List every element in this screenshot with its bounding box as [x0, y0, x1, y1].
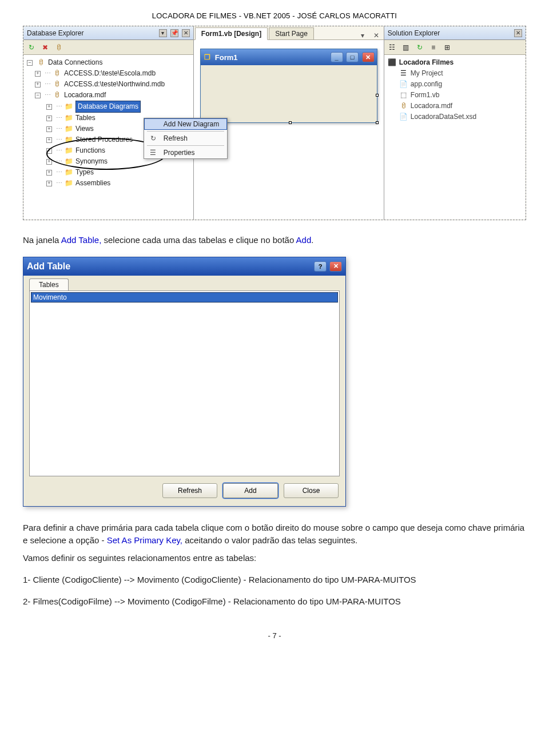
dialog-tabs: Tables: [23, 276, 345, 291]
project-icon: ⬛: [388, 58, 397, 67]
close-icon[interactable]: ✕: [329, 261, 342, 272]
help-icon[interactable]: ?: [314, 261, 327, 272]
dotted-icon: ⋯: [56, 145, 62, 156]
expand-icon[interactable]: +: [46, 170, 52, 176]
menu-separator: [147, 131, 224, 132]
refresh-icon[interactable]: ↻: [27, 43, 36, 52]
tree-conn-1[interactable]: ACCESS.D:\teste\Escola.mdb: [64, 68, 156, 79]
solution-explorer-toolbar: ☷ ▥ ↻ ≡ ⊞: [384, 40, 526, 55]
child-form-title-bar: ❐Form1 _ □ ✕: [201, 49, 377, 65]
list-item-movimento[interactable]: Movimento: [31, 292, 338, 303]
tab-dropdown-icon[interactable]: ▾: [356, 31, 369, 39]
minimize-icon[interactable]: _: [331, 52, 343, 62]
maximize-icon[interactable]: □: [346, 52, 359, 62]
dotted-icon: ⋯: [56, 113, 62, 124]
document-tabs: Form1.vb [Design] Start Page ▾ ✕: [194, 26, 384, 40]
context-menu: Add New Diagram ↻Refresh ☰Properties: [144, 118, 228, 159]
expand-icon[interactable]: +: [46, 148, 52, 154]
database-explorer-title: Database Explorer ▾ 📌 ✕: [23, 26, 193, 40]
add-button[interactable]: Add: [223, 483, 278, 498]
menu-add-new-diagram[interactable]: Add New Diagram: [144, 118, 227, 130]
dotted-icon: ⋯: [45, 79, 50, 90]
expand-icon[interactable]: +: [35, 71, 41, 77]
text-set-primary-key: Set As Primary Key,: [107, 535, 182, 545]
show-all-icon[interactable]: ▥: [401, 43, 411, 52]
config-icon: 📄: [399, 80, 408, 89]
close-icon[interactable]: ✕: [362, 52, 375, 62]
tree-tables[interactable]: Tables: [75, 113, 96, 124]
refresh-icon[interactable]: ↻: [415, 43, 424, 52]
menu-add-new-diagram-label: Add New Diagram: [164, 120, 219, 128]
pin-icon[interactable]: 📌: [170, 29, 178, 37]
dialog-title-bar: Add Table ? ✕: [23, 257, 345, 276]
folder-icon: 📁: [64, 157, 73, 166]
form-icon: ⬚: [399, 91, 408, 100]
dotted-icon: ⋯: [56, 134, 62, 145]
xsd-icon: 📄: [399, 113, 408, 122]
dialog-tab-tables[interactable]: Tables: [29, 278, 69, 291]
stop-icon[interactable]: ✖: [41, 43, 50, 52]
tree-views[interactable]: Views: [75, 124, 94, 134]
dotted-icon: ⋯: [56, 124, 62, 134]
tree-conn-3[interactable]: Locadora.mdf: [64, 90, 106, 101]
dialog-table-list[interactable]: Movimento: [29, 291, 340, 476]
close-icon[interactable]: ✕: [514, 29, 522, 37]
expand-icon[interactable]: +: [46, 137, 52, 143]
ide-screenshot: Database Explorer ▾ 📌 ✕ ↻ ✖ 🛢 −🛢Data Con…: [23, 26, 526, 220]
view-designer-icon[interactable]: ⊞: [443, 43, 452, 52]
dotted-icon: ⋯: [45, 68, 50, 79]
db-icon: 🛢: [399, 102, 408, 111]
child-form-window[interactable]: ❐Form1 _ □ ✕: [200, 49, 377, 123]
tree-db-diagrams[interactable]: Database Diagrams: [75, 101, 141, 113]
connect-db-icon[interactable]: 🛢: [54, 43, 63, 52]
menu-refresh-label: Refresh: [164, 134, 188, 142]
tab-form1-design[interactable]: Form1.vb [Design]: [195, 27, 268, 40]
child-form-title: Form1: [215, 53, 238, 62]
text-fragment: .: [311, 235, 313, 245]
tree-assemblies[interactable]: Assemblies: [75, 178, 110, 189]
solution-explorer-pane: Solution Explorer ✕ ☷ ▥ ↻ ≡ ⊞ ⬛Locadora …: [384, 26, 526, 220]
dotted-icon: ⋯: [56, 178, 62, 189]
close-button[interactable]: Close: [284, 483, 339, 498]
view-code-icon[interactable]: ≡: [429, 43, 438, 52]
menu-refresh[interactable]: ↻Refresh: [144, 133, 227, 144]
solution-explorer-title: Solution Explorer ✕: [384, 26, 526, 40]
folder-icon: 📁: [64, 179, 73, 188]
db-icon: 🛢: [37, 58, 46, 67]
dotted-icon: ⋯: [56, 167, 62, 178]
designer-pane: Form1.vb [Design] Start Page ▾ ✕ ❐Form1 …: [194, 26, 384, 220]
tree-types[interactable]: Types: [75, 167, 94, 178]
solution-root[interactable]: Locadora Filmes: [399, 57, 453, 68]
close-icon[interactable]: ✕: [182, 29, 190, 37]
expand-icon[interactable]: +: [46, 116, 52, 121]
db-conn-icon: 🛢: [53, 91, 62, 100]
tree-sprocs[interactable]: Stored Procedures: [75, 134, 133, 145]
dropdown-icon[interactable]: ▾: [159, 29, 167, 37]
expand-icon[interactable]: +: [46, 181, 52, 186]
tree-synonyms[interactable]: Synonyms: [75, 156, 108, 167]
text-fragment: Na janela: [23, 235, 61, 245]
dotted-icon: ⋯: [56, 156, 62, 167]
expand-icon[interactable]: +: [46, 104, 52, 110]
tree-conn-2[interactable]: ACCESS.d:\teste\Northwind.mdb: [64, 79, 165, 90]
text-add-table: Add Table,: [61, 235, 102, 245]
expand-icon[interactable]: +: [46, 159, 52, 165]
solution-item-xsd[interactable]: LocadoraDataSet.xsd: [411, 112, 476, 122]
collapse-icon[interactable]: −: [27, 60, 33, 66]
solution-item-form1vb[interactable]: Form1.vb: [411, 90, 440, 101]
solution-item-mdf[interactable]: Locadora.mdf: [411, 101, 452, 112]
folder-icon: 📁: [64, 114, 73, 123]
menu-properties[interactable]: ☰Properties: [144, 147, 227, 158]
collapse-icon[interactable]: −: [35, 93, 41, 98]
myproject-icon: ☰: [399, 69, 408, 78]
tab-close-icon[interactable]: ✕: [369, 31, 384, 39]
solution-item-appconfig[interactable]: app.config: [411, 79, 442, 90]
tab-start-page[interactable]: Start Page: [269, 27, 314, 40]
refresh-button[interactable]: Refresh: [162, 483, 217, 498]
expand-icon[interactable]: +: [46, 126, 52, 132]
expand-icon[interactable]: +: [35, 82, 41, 87]
text-fragment: aceitando o valor padrão das telas segui…: [182, 535, 357, 545]
properties-icon[interactable]: ☷: [388, 43, 397, 52]
solution-item-myproject[interactable]: My Project: [411, 68, 443, 79]
tree-functions[interactable]: Functions: [75, 145, 105, 156]
